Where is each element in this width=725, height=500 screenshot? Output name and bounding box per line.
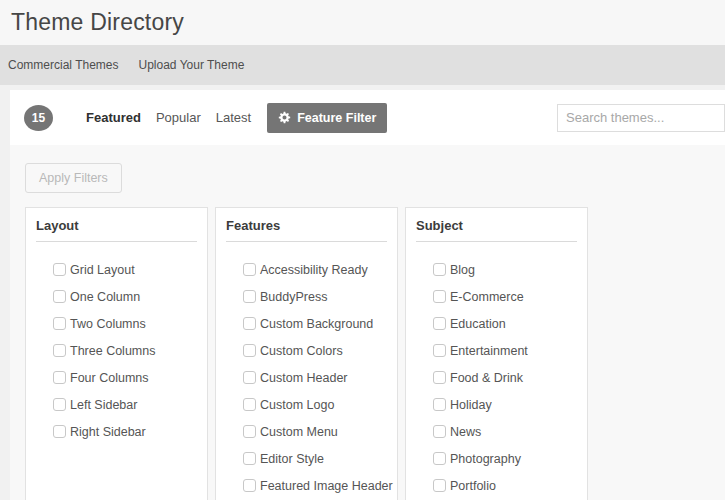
page-title: Theme Directory	[11, 9, 725, 36]
checkbox-left-sidebar[interactable]	[53, 398, 66, 411]
feature-filter-button[interactable]: Feature Filter	[267, 103, 387, 133]
filter-option-label: Four Columns	[70, 371, 149, 385]
filter-option-two-columns[interactable]: Two Columns	[53, 316, 199, 331]
checkbox-accessibility-ready[interactable]	[243, 263, 256, 276]
tab-latest[interactable]: Latest	[216, 110, 251, 125]
filter-option-photography[interactable]: Photography	[433, 451, 579, 466]
filter-option-label: Custom Logo	[260, 398, 334, 412]
checkbox-editor-style[interactable]	[243, 452, 256, 465]
filter-groups: LayoutGrid LayoutOne ColumnTwo ColumnsTh…	[25, 207, 725, 500]
filter-option-custom-header[interactable]: Custom Header	[243, 370, 389, 385]
filter-option-label: Featured Image Header	[260, 479, 393, 493]
filter-option-label: Photography	[450, 452, 521, 466]
filter-option-label: Custom Menu	[260, 425, 338, 439]
checkbox-custom-colors[interactable]	[243, 344, 256, 357]
filter-option-label: Portfolio	[450, 479, 496, 493]
filter-options-list: BlogE-CommerceEducationEntertainmentFood…	[406, 242, 587, 493]
checkbox-news[interactable]	[433, 425, 446, 438]
filter-group-title: Subject	[416, 218, 577, 242]
checkbox-entertainment[interactable]	[433, 344, 446, 357]
filter-option-three-columns[interactable]: Three Columns	[53, 343, 199, 358]
filter-option-accessibility-ready[interactable]: Accessibility Ready	[243, 262, 389, 277]
filter-option-label: Grid Layout	[70, 263, 135, 277]
filter-option-label: Accessibility Ready	[260, 263, 368, 277]
filter-option-label: Education	[450, 317, 506, 331]
apply-filters-button[interactable]: Apply Filters	[25, 163, 122, 193]
checkbox-three-columns[interactable]	[53, 344, 66, 357]
checkbox-food-drink[interactable]	[433, 371, 446, 384]
filter-option-custom-logo[interactable]: Custom Logo	[243, 397, 389, 412]
filter-option-food-drink[interactable]: Food & Drink	[433, 370, 579, 385]
feature-filter-label: Feature Filter	[297, 111, 376, 125]
filter-option-label: Blog	[450, 263, 475, 277]
filter-option-editor-style[interactable]: Editor Style	[243, 451, 389, 466]
filter-option-custom-background[interactable]: Custom Background	[243, 316, 389, 331]
filter-option-label: BuddyPress	[260, 290, 327, 304]
filter-option-buddypress[interactable]: BuddyPress	[243, 289, 389, 304]
gear-icon	[278, 111, 291, 124]
filter-group-layout: LayoutGrid LayoutOne ColumnTwo ColumnsTh…	[25, 207, 208, 500]
checkbox-blog[interactable]	[433, 263, 446, 276]
filter-option-grid-layout[interactable]: Grid Layout	[53, 262, 199, 277]
filter-options-list: Grid LayoutOne ColumnTwo ColumnsThree Co…	[26, 242, 207, 439]
checkbox-custom-menu[interactable]	[243, 425, 256, 438]
checkbox-custom-header[interactable]	[243, 371, 256, 384]
filter-option-label: Right Sidebar	[70, 425, 146, 439]
nav-commercial-themes[interactable]: Commercial Themes	[8, 58, 118, 72]
filter-option-label: Food & Drink	[450, 371, 523, 385]
filter-option-education[interactable]: Education	[433, 316, 579, 331]
filter-option-label: One Column	[70, 290, 140, 304]
checkbox-custom-logo[interactable]	[243, 398, 256, 411]
filter-option-label: Editor Style	[260, 452, 324, 466]
filter-option-label: Left Sidebar	[70, 398, 137, 412]
filter-option-label: Three Columns	[70, 344, 155, 358]
filter-option-label: Custom Colors	[260, 344, 343, 358]
filter-option-label: E-Commerce	[450, 290, 524, 304]
nav-upload-your-theme[interactable]: Upload Your Theme	[138, 58, 244, 72]
filter-option-blog[interactable]: Blog	[433, 262, 579, 277]
filter-option-left-sidebar[interactable]: Left Sidebar	[53, 397, 199, 412]
checkbox-e-commerce[interactable]	[433, 290, 446, 303]
filter-option-portfolio[interactable]: Portfolio	[433, 478, 579, 493]
checkbox-photography[interactable]	[433, 452, 446, 465]
filter-option-right-sidebar[interactable]: Right Sidebar	[53, 424, 199, 439]
filter-option-label: Holiday	[450, 398, 492, 412]
filter-option-one-column[interactable]: One Column	[53, 289, 199, 304]
filter-option-four-columns[interactable]: Four Columns	[53, 370, 199, 385]
themes-panel: 15 Featured Popular Latest Feature Filte…	[10, 90, 725, 500]
checkbox-one-column[interactable]	[53, 290, 66, 303]
filter-option-entertainment[interactable]: Entertainment	[433, 343, 579, 358]
checkbox-grid-layout[interactable]	[53, 263, 66, 276]
checkbox-two-columns[interactable]	[53, 317, 66, 330]
checkbox-custom-background[interactable]	[243, 317, 256, 330]
checkbox-featured-image-header[interactable]	[243, 479, 256, 492]
filter-option-label: News	[450, 425, 481, 439]
filter-option-e-commerce[interactable]: E-Commerce	[433, 289, 579, 304]
filter-option-label: Custom Background	[260, 317, 373, 331]
checkbox-education[interactable]	[433, 317, 446, 330]
filter-option-label: Entertainment	[450, 344, 528, 358]
checkbox-portfolio[interactable]	[433, 479, 446, 492]
feature-filter-drawer: Apply Filters LayoutGrid LayoutOne Colum…	[10, 145, 725, 500]
checkbox-buddypress[interactable]	[243, 290, 256, 303]
search-input[interactable]	[557, 104, 725, 132]
tab-popular[interactable]: Popular	[156, 110, 201, 125]
checkbox-right-sidebar[interactable]	[53, 425, 66, 438]
filter-option-featured-image-header[interactable]: Featured Image Header	[243, 478, 389, 493]
theme-count-badge: 15	[24, 105, 53, 131]
filter-option-custom-colors[interactable]: Custom Colors	[243, 343, 389, 358]
filter-group-features: FeaturesAccessibility ReadyBuddyPressCus…	[215, 207, 398, 500]
filter-group-title: Features	[226, 218, 387, 242]
filter-option-custom-menu[interactable]: Custom Menu	[243, 424, 389, 439]
filter-group-subject: SubjectBlogE-CommerceEducationEntertainm…	[405, 207, 588, 500]
filter-group-title: Layout	[36, 218, 197, 242]
checkbox-holiday[interactable]	[433, 398, 446, 411]
site-header: Theme Directory	[0, 0, 725, 45]
filter-option-label: Custom Header	[260, 371, 348, 385]
checkbox-four-columns[interactable]	[53, 371, 66, 384]
tab-featured[interactable]: Featured	[86, 110, 141, 125]
filter-option-label: Two Columns	[70, 317, 146, 331]
filter-option-holiday[interactable]: Holiday	[433, 397, 579, 412]
themes-toolbar: 15 Featured Popular Latest Feature Filte…	[10, 90, 725, 145]
filter-option-news[interactable]: News	[433, 424, 579, 439]
